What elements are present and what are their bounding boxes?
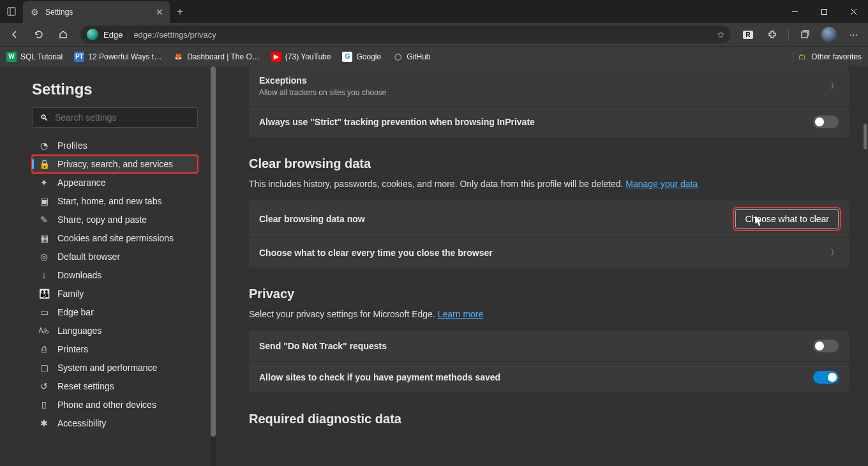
- address-url: edge://settings/privacy: [133, 30, 216, 40]
- sidebar-item-phone[interactable]: ▯Phone and other devices: [32, 396, 198, 414]
- start-icon: ▣: [38, 196, 50, 206]
- sidebar-item-downloads[interactable]: ↓Downloads: [32, 266, 198, 284]
- sidebar-item-printers[interactable]: ⎙Printers: [32, 340, 198, 358]
- sidebar-item-languages[interactable]: AあLanguages: [32, 322, 198, 340]
- choose-what-to-clear-button[interactable]: Choose what to clear: [735, 209, 839, 229]
- chevron-right-icon: 〉: [830, 80, 839, 92]
- bookmark-item[interactable]: ◯GitHub: [393, 52, 430, 62]
- strict-tracking-row: Always use "Strict" tracking prevention …: [249, 107, 849, 137]
- bookmark-item[interactable]: ▶(73) YouTube: [271, 52, 331, 62]
- clear-on-close-row[interactable]: Choose what to clear every time you clos…: [249, 238, 849, 267]
- gear-icon: ⚙: [31, 7, 39, 17]
- lock-icon: 🔒: [38, 159, 50, 169]
- settings-main: Exceptions Allow all trackers on sites y…: [217, 66, 868, 466]
- svg-rect-3: [821, 9, 827, 14]
- appearance-icon: ✦: [38, 177, 50, 188]
- bookmark-item[interactable]: PT12 Powerful Ways t…: [74, 52, 161, 62]
- bookmarks-bar: WSQL Tutorial PT12 Powerful Ways t… 🦊Das…: [0, 46, 868, 66]
- sidebar-item-profiles[interactable]: ◔Profiles: [32, 137, 198, 154]
- clear-data-desc: This includes history, passwords, cookie…: [249, 179, 849, 189]
- diagnostic-heading: Required diagnostic data: [249, 412, 849, 426]
- learn-more-link[interactable]: Learn more: [438, 309, 484, 319]
- browser-toolbar: Edge edge://settings/privacy ✩ R ⋯: [0, 23, 868, 46]
- refresh-button[interactable]: [28, 24, 50, 45]
- edge-logo-icon: [87, 29, 98, 40]
- cookies-icon: ▦: [38, 233, 50, 243]
- favicon-icon: ◯: [393, 52, 403, 62]
- share-icon: ✎: [38, 214, 50, 225]
- window-minimize[interactable]: [780, 0, 809, 23]
- favicon-icon: PT: [74, 52, 84, 62]
- sidebar-item-edgebar[interactable]: ▭Edge bar: [32, 303, 198, 321]
- accessibility-icon: ✱: [38, 418, 50, 428]
- sidebar-item-reset[interactable]: ↺Reset settings: [32, 377, 198, 395]
- manage-data-link[interactable]: Manage your data: [625, 179, 698, 189]
- home-button[interactable]: [52, 24, 74, 45]
- extension-r-button[interactable]: R: [737, 24, 759, 45]
- bookmark-item[interactable]: WSQL Tutorial: [6, 52, 63, 62]
- phone-icon: ▯: [38, 400, 50, 410]
- sidebar-item-family[interactable]: 👪Family: [32, 285, 198, 303]
- search-input[interactable]: [55, 112, 190, 123]
- tab-settings[interactable]: ⚙ Settings ✕: [23, 1, 170, 23]
- svg-rect-6: [802, 32, 807, 38]
- download-icon: ↓: [38, 270, 50, 280]
- window-maximize[interactable]: [809, 0, 839, 23]
- favicon-icon: 🦊: [173, 52, 183, 62]
- payment-check-row: Allow sites to check if you have payment…: [249, 362, 849, 393]
- sidebar-item-privacy[interactable]: 🔒Privacy, search, and services: [32, 155, 198, 173]
- back-button[interactable]: [4, 24, 26, 45]
- dnt-toggle[interactable]: [813, 340, 839, 352]
- chevron-right-icon: 〉: [830, 247, 839, 259]
- sidebar-item-system[interactable]: ▢System and performance: [32, 359, 198, 377]
- main-scrollbar[interactable]: [864, 124, 867, 149]
- dnt-row: Send "Do Not Track" requests: [249, 331, 849, 362]
- bookmark-item[interactable]: GGoogle: [342, 52, 381, 62]
- address-brand: Edge: [103, 30, 123, 40]
- page-title: Settings: [32, 80, 198, 98]
- clear-now-row: Clear browsing data now Choose what to c…: [249, 200, 849, 238]
- search-icon: 🔍︎: [40, 113, 49, 123]
- profile-avatar[interactable]: [818, 24, 840, 45]
- address-bar[interactable]: Edge edge://settings/privacy ✩: [80, 26, 731, 43]
- svg-rect-0: [8, 8, 15, 15]
- tab-actions-icon[interactable]: [0, 6, 23, 17]
- folder-icon: 🗀: [798, 52, 806, 61]
- reset-icon: ↺: [38, 381, 50, 391]
- system-icon: ▢: [38, 363, 50, 373]
- privacy-heading: Privacy: [249, 287, 849, 301]
- sidebar-item-share[interactable]: ✎Share, copy and paste: [32, 211, 198, 229]
- new-tab-button[interactable]: ＋: [170, 5, 190, 19]
- search-settings-box[interactable]: 🔍︎: [32, 107, 198, 128]
- strict-tracking-toggle[interactable]: [813, 116, 839, 128]
- edgebar-icon: ▭: [38, 307, 50, 317]
- browser-icon: ◎: [38, 252, 50, 262]
- bookmark-item[interactable]: 🦊Dashboard | The O…: [173, 52, 260, 62]
- more-menu[interactable]: ⋯: [842, 24, 864, 45]
- other-favorites[interactable]: Other favorites: [811, 52, 862, 61]
- exceptions-row[interactable]: Exceptions Allow all trackers on sites y…: [249, 66, 849, 107]
- clear-data-heading: Clear browsing data: [249, 156, 849, 171]
- collections-button[interactable]: [794, 24, 816, 45]
- printer-icon: ⎙: [38, 344, 50, 354]
- sidebar-item-accessibility[interactable]: ✱Accessibility: [32, 414, 198, 432]
- profile-icon: ◔: [38, 140, 50, 151]
- sidebar-item-appearance[interactable]: ✦Appearance: [32, 174, 198, 192]
- sidebar-item-cookies[interactable]: ▦Cookies and site permissions: [32, 229, 198, 247]
- sidebar-item-start[interactable]: ▣Start, home, and new tabs: [32, 192, 198, 210]
- sidebar-item-defaultbrowser[interactable]: ◎Default browser: [32, 248, 198, 266]
- tab-title: Settings: [45, 8, 73, 17]
- language-icon: Aあ: [38, 326, 50, 335]
- window-close[interactable]: [839, 0, 868, 23]
- favicon-icon: W: [6, 52, 17, 62]
- window-titlebar: ⚙ Settings ✕ ＋: [0, 0, 868, 23]
- family-icon: 👪: [38, 289, 50, 299]
- settings-sidebar: Settings 🔍︎ ◔Profiles 🔒Privacy, search, …: [0, 66, 217, 466]
- favicon-icon: G: [342, 52, 352, 62]
- extensions-button[interactable]: [761, 24, 783, 45]
- payment-toggle[interactable]: [813, 371, 839, 384]
- sidebar-scrollbar[interactable]: [211, 66, 216, 466]
- close-tab-icon[interactable]: ✕: [156, 7, 163, 17]
- privacy-desc: Select your privacy settings for Microso…: [249, 309, 849, 319]
- favorite-icon[interactable]: ✩: [717, 30, 724, 40]
